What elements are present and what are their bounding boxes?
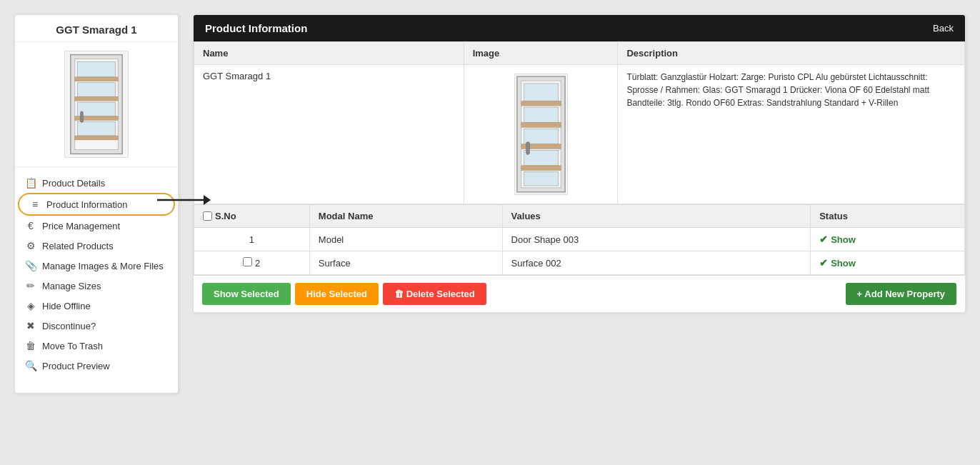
product-info-panel: Product Information Back Name Image Desc… <box>193 14 966 313</box>
discontinue-icon: ✖ <box>25 320 36 331</box>
footer-left-buttons: Show Selected Hide Selected 🗑 Delete Sel… <box>202 283 486 305</box>
status-checkmark-1: ✔ <box>819 234 828 245</box>
property-row-1: 1 Model Door Shape 003 ✔ Show <box>194 228 965 251</box>
manage-sizes-icon: ✏ <box>25 280 36 291</box>
col-image: Image <box>464 42 618 65</box>
svg-rect-18 <box>521 122 560 127</box>
hide-offline-icon: ◈ <box>25 300 36 311</box>
sidebar-product-name: GGT Smaragd 1 <box>15 15 178 42</box>
status-label-1: Show <box>831 234 856 245</box>
sidebar-item-product-information[interactable]: ≡ Product Information <box>18 193 175 216</box>
svg-rect-8 <box>78 121 116 136</box>
show-selected-button[interactable]: Show Selected <box>202 283 291 305</box>
sidebar-label-hide-offline: Hide Offline <box>42 301 91 311</box>
modal-name-cell-1: Model <box>309 228 502 251</box>
panel-footer: Show Selected Hide Selected 🗑 Delete Sel… <box>194 275 965 312</box>
sidebar-label-product-details: Product Details <box>42 178 105 189</box>
move-to-trash-icon: 🗑 <box>25 340 36 351</box>
sidebar-label-product-information: Product Information <box>46 199 127 210</box>
product-information-icon: ≡ <box>29 199 41 210</box>
product-name-cell: GGT Smaragd 1 <box>194 65 464 204</box>
add-new-property-button[interactable]: + Add New Property <box>846 283 956 305</box>
hide-selected-button[interactable]: Hide Selected <box>295 283 379 305</box>
col-status: Status <box>811 205 965 228</box>
sidebar-item-related-products[interactable]: ⚙ Related Products <box>15 236 178 256</box>
product-description-cell: Türblatt: Ganzglastür Holzart: Zarge: Pu… <box>618 65 965 204</box>
svg-rect-17 <box>524 107 558 122</box>
svg-rect-19 <box>524 129 558 144</box>
sidebar-label-discontinue: Discontinue? <box>42 321 96 331</box>
sidebar-label-manage-images: Manage Images & More Files <box>42 261 164 271</box>
sidebar-label-move-to-trash: Move To Trash <box>42 341 103 351</box>
sidebar-navigation: 📋 Product Details ≡ Product Information … <box>15 167 178 381</box>
status-checkmark-2: ✔ <box>819 257 828 269</box>
related-products-icon: ⚙ <box>25 240 36 251</box>
svg-rect-4 <box>78 83 116 97</box>
sidebar-label-product-preview: Product Preview <box>42 361 110 371</box>
sno-cell-2: 2 <box>194 251 310 275</box>
status-label-2: Show <box>831 258 856 269</box>
property-row-2: 2 Surface Surface 002 ✔ Show <box>194 251 965 275</box>
status-cell-1: ✔ Show <box>811 228 965 251</box>
svg-rect-24 <box>526 142 529 155</box>
sidebar-item-hide-offline[interactable]: ◈ Hide Offline <box>15 296 178 316</box>
col-name: Name <box>194 42 464 65</box>
product-image-cell <box>464 65 618 204</box>
properties-section: S.No Modal Name Values Status 1 Model <box>194 204 965 275</box>
col-description: Description <box>618 42 965 65</box>
sidebar-item-manage-sizes[interactable]: ✏ Manage Sizes <box>15 276 178 296</box>
back-button[interactable]: Back <box>933 23 954 34</box>
sidebar-item-product-details[interactable]: 📋 Product Details <box>15 173 178 193</box>
main-content: Product Information Back Name Image Desc… <box>193 14 966 313</box>
sidebar-item-discontinue[interactable]: ✖ Discontinue? <box>15 316 178 336</box>
col-modal-name: Modal Name <box>309 205 502 228</box>
panel-title: Product Information <box>205 22 307 34</box>
col-sno: S.No <box>194 205 310 228</box>
sidebar-label-manage-sizes: Manage Sizes <box>42 281 101 291</box>
values-cell-2: Surface 002 <box>502 251 811 275</box>
modal-name-cell-2: Surface <box>309 251 502 275</box>
product-info-row: GGT Smaragd 1 <box>194 65 965 204</box>
product-info-table: Name Image Description GGT Smaragd 1 <box>194 41 965 204</box>
row-2-checkbox[interactable] <box>243 257 252 266</box>
values-cell-1: Door Shape 003 <box>502 228 811 251</box>
svg-rect-16 <box>521 101 560 106</box>
trash-icon: 🗑 <box>394 289 404 299</box>
sidebar-item-manage-images[interactable]: 📎 Manage Images & More Files <box>15 256 178 276</box>
svg-rect-23 <box>524 172 558 186</box>
sidebar: GGT Smaragd 1 <box>14 14 179 394</box>
sidebar-label-related-products: Related Products <box>42 241 114 251</box>
sidebar-label-price-management: Price Management <box>42 221 120 231</box>
product-details-icon: 📋 <box>25 177 36 189</box>
product-thumbnail <box>15 42 178 167</box>
footer-right-buttons: + Add New Property <box>846 283 956 305</box>
svg-rect-2 <box>78 61 116 77</box>
delete-selected-button[interactable]: 🗑 Delete Selected <box>383 283 486 305</box>
svg-rect-10 <box>81 111 84 123</box>
col-values: Values <box>502 205 811 228</box>
svg-rect-5 <box>75 96 119 101</box>
status-cell-2: ✔ Show <box>811 251 965 275</box>
select-all-checkbox[interactable] <box>203 211 212 221</box>
svg-rect-22 <box>521 166 560 171</box>
manage-images-icon: 📎 <box>25 260 36 271</box>
product-thumbnail-image <box>64 51 129 158</box>
price-management-icon: € <box>25 220 36 231</box>
panel-header: Product Information Back <box>194 15 965 41</box>
product-preview-icon: 🔍 <box>25 360 36 371</box>
properties-table: S.No Modal Name Values Status 1 Model <box>194 204 965 275</box>
sidebar-item-price-management[interactable]: € Price Management <box>15 216 178 236</box>
svg-rect-3 <box>75 77 119 81</box>
sno-cell-1: 1 <box>194 228 310 251</box>
svg-rect-9 <box>75 136 119 140</box>
sidebar-item-product-preview[interactable]: 🔍 Product Preview <box>15 356 178 376</box>
svg-rect-15 <box>524 84 558 101</box>
sidebar-item-move-to-trash[interactable]: 🗑 Move To Trash <box>15 336 178 356</box>
